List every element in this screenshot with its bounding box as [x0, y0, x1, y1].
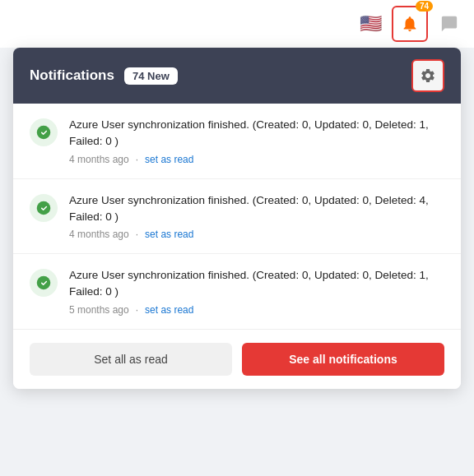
svg-point-2: [37, 276, 51, 290]
notification-footer: Set all as read See all notifications: [13, 329, 461, 389]
check-circle-icon: [30, 194, 58, 222]
chat-icon-wrapper[interactable]: [434, 9, 464, 39]
set-as-read-link[interactable]: set as read: [145, 229, 193, 240]
notification-dot: ·: [136, 154, 138, 165]
notification-panel: Notifications 74 New Azure User synchron…: [13, 48, 461, 389]
top-bar: 🇺🇸 74: [0, 0, 474, 48]
notification-content: Azure User synchronization finished. (Cr…: [69, 192, 444, 241]
notification-title: Notifications: [30, 67, 114, 84]
bell-badge: 74: [416, 1, 433, 12]
notification-dot: ·: [136, 304, 138, 316]
notification-meta: 5 months ago · set as read: [69, 304, 444, 316]
notification-time: 5 months ago: [69, 304, 129, 316]
new-badge: 74 New: [124, 67, 178, 85]
notification-text: Azure User synchronization finished. (Cr…: [69, 117, 444, 150]
notification-header: Notifications 74 New: [13, 48, 461, 104]
svg-point-1: [37, 201, 51, 215]
notification-list: Azure User synchronization finished. (Cr…: [13, 104, 461, 329]
check-circle-icon: [30, 269, 58, 297]
gear-button[interactable]: [411, 59, 444, 92]
notification-meta: 4 months ago · set as read: [69, 154, 444, 165]
bell-icon: [401, 15, 419, 33]
notification-time: 4 months ago: [69, 154, 129, 165]
gear-icon: [420, 67, 436, 84]
notification-content: Azure User synchronization finished. (Cr…: [69, 267, 444, 316]
notification-item: Azure User synchronization finished. (Cr…: [13, 254, 461, 329]
set-as-read-link[interactable]: set as read: [145, 304, 193, 316]
bell-button[interactable]: 74: [392, 6, 428, 42]
svg-point-0: [37, 126, 51, 140]
set-as-read-link[interactable]: set as read: [145, 154, 193, 165]
check-circle-icon: [30, 118, 58, 146]
notification-text: Azure User synchronization finished. (Cr…: [69, 192, 444, 226]
notification-meta: 4 months ago · set as read: [69, 229, 444, 240]
chat-icon: [440, 15, 458, 33]
flag-icon-wrapper[interactable]: 🇺🇸: [356, 9, 385, 39]
notification-item: Azure User synchronization finished. (Cr…: [13, 104, 461, 179]
notification-text: Azure User synchronization finished. (Cr…: [69, 267, 444, 301]
notification-header-left: Notifications 74 New: [30, 67, 178, 85]
notification-time: 4 months ago: [69, 229, 129, 240]
flag-icon: 🇺🇸: [360, 13, 382, 35]
set-all-read-button[interactable]: Set all as read: [30, 343, 232, 376]
notification-content: Azure User synchronization finished. (Cr…: [69, 117, 444, 165]
see-all-notifications-button[interactable]: See all notifications: [242, 343, 444, 376]
notification-dot: ·: [136, 229, 138, 240]
notification-item: Azure User synchronization finished. (Cr…: [13, 179, 461, 255]
